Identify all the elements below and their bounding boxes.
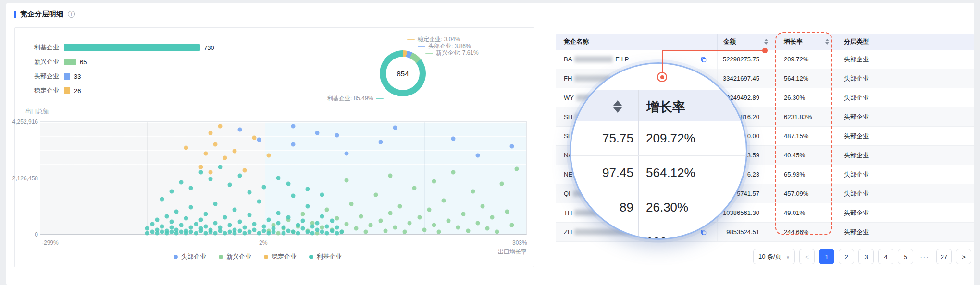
scatter-point	[184, 216, 188, 221]
scatter-legend: 头部企业新兴企业稳定企业利基企业	[0, 252, 517, 261]
scatter-point	[155, 217, 159, 222]
magnified-amount: 75.75	[571, 131, 638, 146]
donut-chart: 854	[380, 50, 426, 96]
scatter-point	[291, 142, 295, 146]
scatter-point	[145, 226, 149, 231]
scatter-point	[281, 231, 285, 235]
scatter-point	[315, 131, 320, 135]
scatter-point	[471, 190, 475, 194]
page-button-2[interactable]: 2	[839, 249, 854, 264]
bar-value: 26	[74, 87, 81, 95]
scatter-point	[393, 225, 397, 229]
page-button-1[interactable]: 1	[819, 249, 834, 264]
bar-row: 稳定企业26	[24, 83, 214, 98]
column-header-amount: 金额	[717, 34, 773, 50]
company-name-prefix: WY	[564, 94, 574, 101]
next-page-button[interactable]: >	[956, 249, 971, 264]
company-name-prefix: NE	[564, 171, 572, 178]
scatter-point	[509, 144, 514, 149]
scatter-point	[315, 227, 320, 232]
scatter-point	[247, 213, 251, 217]
legend-item[interactable]: 新兴企业	[219, 252, 251, 261]
scatter-point	[150, 230, 154, 234]
scatter-plot	[40, 121, 527, 235]
legend-item[interactable]: 头部企业	[174, 252, 206, 261]
scatter-point	[306, 204, 310, 208]
scatter-point	[242, 168, 247, 172]
scatter-point	[208, 227, 212, 232]
legend-item[interactable]: 利基企业	[309, 252, 342, 261]
y-tick: 2,126,458	[10, 175, 38, 182]
scatter-point	[296, 231, 300, 235]
copy-icon[interactable]	[700, 56, 707, 62]
magnified-sort-icon	[613, 100, 622, 113]
bar	[64, 59, 76, 65]
donut-label: 利基企业: 85.49%	[327, 95, 384, 103]
scatter-point	[296, 223, 300, 227]
cell-type: 头部企业	[834, 146, 974, 165]
scatter-point	[252, 227, 256, 232]
y-tick: 4,252,916	[10, 119, 38, 125]
scatter-point	[300, 218, 305, 223]
scatter-point	[412, 186, 417, 190]
page-button-3[interactable]: 3	[858, 249, 874, 264]
cell-type: 头部企业	[834, 184, 974, 203]
scatter-point	[198, 165, 203, 169]
legend-item[interactable]: 稳定企业	[264, 252, 297, 261]
page-size-select[interactable]: 10 条/页 ∨	[753, 249, 795, 264]
scatter-point	[160, 230, 164, 234]
scatter-point	[228, 223, 232, 227]
scatter-point	[335, 133, 339, 138]
last-page-button[interactable]: 27	[936, 249, 952, 264]
scatter-point	[252, 135, 256, 140]
legend-label: 新兴企业	[226, 252, 251, 261]
scatter-point	[349, 202, 354, 206]
bar-value: 730	[204, 44, 214, 51]
pagination-ellipsis[interactable]: ···	[918, 253, 932, 261]
scatter-point	[364, 230, 368, 234]
scatter-point	[286, 215, 290, 219]
scatter-point	[383, 228, 387, 233]
sort-icon[interactable]	[764, 39, 768, 45]
scatter-point	[203, 224, 208, 228]
scatter-point	[150, 222, 154, 226]
scatter-point	[300, 226, 305, 231]
prev-page-button[interactable]: <	[799, 249, 815, 264]
donut-label: 新兴企业: 7.61%	[425, 49, 479, 57]
annotation-connector-line	[662, 50, 663, 74]
scatter-point	[335, 216, 339, 221]
info-icon[interactable]: i	[68, 11, 75, 18]
bar-label: 新兴企业	[24, 58, 59, 66]
legend-label: 稳定企业	[272, 252, 297, 261]
scatter-point	[398, 204, 402, 208]
bar-value: 65	[80, 59, 87, 66]
page-button-4[interactable]: 4	[878, 249, 893, 264]
gridline	[147, 122, 148, 234]
scatter-point	[310, 231, 315, 235]
cell-type: 头部企业	[834, 69, 974, 88]
scatter-point	[373, 193, 378, 197]
scatter-point	[223, 215, 227, 219]
scatter-point	[179, 230, 184, 234]
legend-dot	[309, 255, 313, 259]
bar	[64, 44, 200, 51]
scatter-point	[320, 214, 324, 218]
scatter-point	[272, 230, 276, 234]
donut-total: 854	[386, 57, 420, 90]
cell-type: 头部企业	[834, 127, 974, 145]
scatter-point	[184, 145, 188, 150]
blurred-name-mask	[574, 56, 613, 62]
scatter-point	[495, 230, 499, 234]
scatter-point	[267, 217, 271, 222]
scatter-point	[267, 154, 271, 158]
scatter-point	[237, 220, 242, 224]
page-button-5[interactable]: 5	[898, 249, 913, 264]
dashboard-screen: 竞企分层明细 i 利基企业730新兴企业65头部企业33稳定企业26 854 稳…	[0, 0, 980, 285]
scatter-point	[500, 181, 504, 186]
copy-icon[interactable]	[700, 229, 707, 235]
title-accent-bar	[14, 11, 16, 18]
bar	[64, 87, 70, 94]
scatter-point	[509, 223, 514, 227]
scatter-point	[417, 215, 422, 219]
scatter-point	[432, 179, 436, 184]
